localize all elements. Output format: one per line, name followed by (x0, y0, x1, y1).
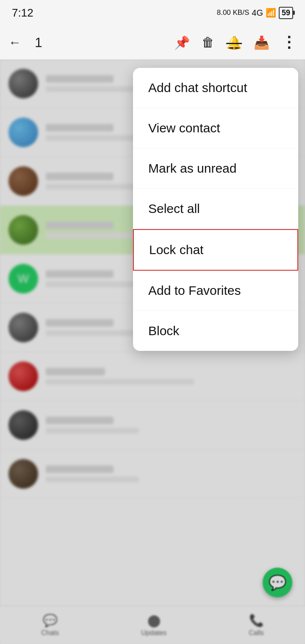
pin-button[interactable]: 📌 (174, 35, 190, 50)
selection-count: 1 (35, 35, 42, 50)
context-menu: Add chat shortcut View contact Mark as u… (133, 68, 298, 351)
battery-indicator: 59 (279, 7, 293, 19)
menu-item-add-to-favorites[interactable]: Add to Favorites (133, 271, 298, 311)
menu-item-block[interactable]: Block (133, 311, 298, 351)
archive-button[interactable]: 📥 (254, 35, 269, 50)
mute-button[interactable]: 🔔 (226, 35, 242, 50)
menu-item-select-all[interactable]: Select all (133, 189, 298, 229)
data-speed: 8.00 KB/S (217, 8, 250, 17)
toolbar: ← 1 📌 🗑 🔔 📥 ⋮ (0, 25, 305, 59)
status-bar: 7:12 8.00 KB/S 4G 📶 59 (0, 0, 305, 25)
menu-item-mark-as-unread[interactable]: Mark as unread (133, 148, 298, 189)
delete-button[interactable]: 🗑 (202, 35, 214, 50)
menu-item-view-contact[interactable]: View contact (133, 108, 298, 148)
status-icons: 8.00 KB/S 4G 📶 59 (217, 7, 293, 19)
menu-item-add-chat-shortcut[interactable]: Add chat shortcut (133, 68, 298, 108)
network-icon: 4G (252, 8, 263, 18)
more-button[interactable]: ⋮ (281, 34, 297, 51)
signal-icon: 📶 (266, 8, 276, 18)
status-time: 7:12 (12, 6, 33, 20)
menu-item-lock-chat[interactable]: Lock chat (133, 229, 298, 271)
back-button[interactable]: ← (8, 35, 21, 50)
